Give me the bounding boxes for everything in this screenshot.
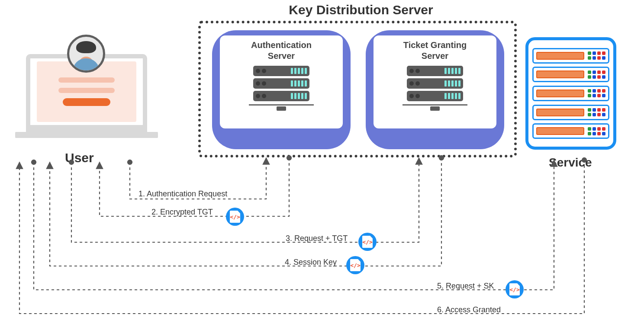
service-unit [532, 105, 609, 120]
auth-server-title: Authentication Server [251, 40, 312, 61]
user-label: User [65, 151, 94, 165]
flow-3-label: 3. Request + TGT [286, 234, 348, 243]
flow-5-label: 5. Request + SK [437, 282, 494, 291]
flow-4-label: 4. Session Key [285, 258, 337, 267]
flow-6-label: 6. Access Granted [437, 305, 501, 314]
ticket-icon: </> [358, 233, 377, 251]
flow-2-label: 2. Encrypted TGT [151, 208, 213, 217]
tgs-server-title: Ticket Granting Server [403, 40, 467, 61]
service-unit [532, 123, 609, 139]
ticket-icon: </> [346, 256, 364, 274]
user-avatar-icon [67, 35, 105, 73]
ticket-icon: </> [226, 208, 244, 226]
service-unit [532, 86, 609, 101]
auth-server: Authentication Server [212, 30, 351, 149]
flow-1-label: 1. Authentication Request [138, 189, 227, 199]
service-unit [532, 48, 609, 64]
ticket-icon: </> [506, 280, 524, 298]
service-server [525, 37, 616, 150]
service-label: Service [549, 156, 592, 170]
tgs-server: Ticket Granting Server [366, 30, 504, 149]
service-unit [532, 67, 609, 82]
kdc-title: Key Distribution Server [266, 3, 456, 17]
server-rack-icon [249, 66, 314, 111]
server-rack-icon [402, 66, 467, 111]
